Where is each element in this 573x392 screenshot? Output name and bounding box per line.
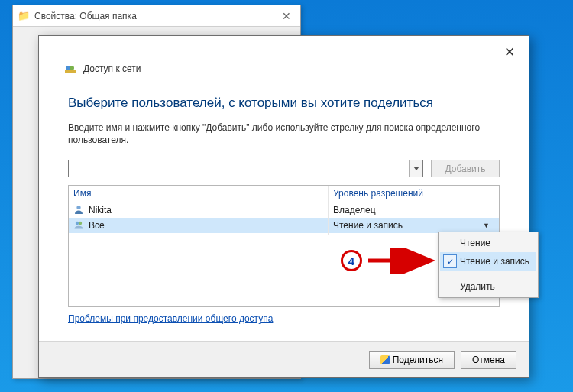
row-name: Все <box>89 220 105 231</box>
uac-shield-icon <box>380 355 390 364</box>
annotation-step-badge: 4 <box>341 250 362 271</box>
menu-separator <box>460 274 535 274</box>
permission-context-menu: Чтение ✓ Чтение и запись Удалить <box>438 232 539 298</box>
cancel-button[interactable]: Отмена <box>461 351 516 369</box>
chevron-down-icon[interactable] <box>409 160 422 177</box>
properties-close-button[interactable]: ✕ <box>277 10 296 22</box>
wizard-close-button[interactable]: ✕ <box>498 41 521 63</box>
sharing-problems-link[interactable]: Проблемы при предоставлении общего досту… <box>68 313 500 324</box>
share-button[interactable]: Поделиться <box>369 351 455 369</box>
user-combobox[interactable] <box>68 160 423 177</box>
wizard-header-text: Доступ к сети <box>83 63 141 74</box>
user-input[interactable] <box>69 160 409 177</box>
cancel-button-label: Отмена <box>472 355 505 365</box>
svg-point-4 <box>76 222 79 225</box>
svg-point-5 <box>79 222 82 225</box>
share-button-label: Поделиться <box>393 355 443 365</box>
dropdown-arrow-icon: ▼ <box>483 222 494 229</box>
add-button: Добавить <box>431 160 500 177</box>
properties-titlebar: 📁 Свойства: Общая папка ✕ <box>13 5 300 27</box>
wizard-footer: Поделиться Отмена <box>39 341 529 377</box>
menu-item-label: Удалить <box>460 281 495 292</box>
table-row[interactable]: Nikita Владелец <box>69 202 499 218</box>
menu-item-read-write[interactable]: ✓ Чтение и запись <box>440 252 536 271</box>
row-level-label: Чтение и запись <box>333 220 403 231</box>
group-icon <box>73 219 84 232</box>
table-row[interactable]: Все Чтение и запись ▼ <box>69 218 499 233</box>
menu-item-read[interactable]: Чтение <box>440 234 536 252</box>
menu-item-label: Чтение и запись <box>460 256 529 267</box>
permissions-table: Имя Уровень разрешений Nikita Владелец <box>68 185 500 307</box>
network-share-icon <box>63 62 77 76</box>
network-share-wizard: ✕ Доступ к сети Выберите пользователей, … <box>38 35 529 378</box>
svg-point-3 <box>76 206 80 209</box>
folder-icon: 📁 <box>18 10 30 21</box>
annotation-arrow-icon <box>365 248 439 274</box>
properties-title: Свойства: Общая папка <box>34 11 277 21</box>
svg-point-1 <box>70 66 74 70</box>
row-name: Nikita <box>89 205 112 215</box>
table-header: Имя Уровень разрешений <box>69 186 499 202</box>
user-icon <box>73 204 84 217</box>
wizard-breadcrumb: Доступ к сети <box>39 62 529 79</box>
col-header-level[interactable]: Уровень разрешений <box>329 186 499 202</box>
page-instructions: Введите имя и нажмите кнопку "Добавить" … <box>68 121 500 146</box>
svg-rect-2 <box>65 70 76 73</box>
col-header-name[interactable]: Имя <box>69 186 329 202</box>
check-icon: ✓ <box>443 254 457 268</box>
menu-item-label: Чтение <box>460 238 490 248</box>
step-number: 4 <box>348 254 354 267</box>
row-level: Владелец <box>329 202 499 218</box>
menu-item-remove[interactable]: Удалить <box>440 277 536 296</box>
page-heading: Выберите пользователей, с которыми вы хо… <box>68 96 500 111</box>
